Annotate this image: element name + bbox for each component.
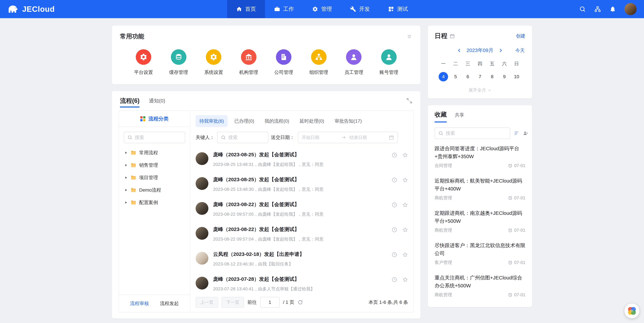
nav-item-home[interactable]: 首页	[227, 0, 265, 18]
tab-delayed[interactable]: 延时处理(0)	[296, 115, 328, 127]
tab-processed[interactable]: 已办理(0)	[230, 115, 258, 127]
favorites-search-input[interactable]	[446, 131, 506, 136]
quick-item-system-settings[interactable]: 系统设置	[204, 49, 223, 76]
clock-icon[interactable]	[392, 202, 397, 208]
task-row[interactable]: 云凤程（2023-02-18）发起【出差申请】 2023-08-12 23:46…	[196, 246, 408, 271]
sitemap-icon[interactable]	[594, 6, 601, 13]
task-row[interactable]: 庞峰（2023-08-25）发起【会签测试】 2023-08-25 13:48:…	[196, 147, 408, 172]
arrow-right-icon	[341, 135, 346, 140]
task-row[interactable]: 庞峰（2023-07-28）发起【会签测试】 2023-07-28 13:40:…	[196, 271, 408, 292]
task-row[interactable]: 庞峰（2023-08-22）发起【会签测试】 2023-08-22 09:57:…	[196, 222, 408, 246]
category-search-input[interactable]	[135, 135, 182, 140]
user-add-icon[interactable]	[523, 131, 528, 136]
tree-item-common-process[interactable]: 常用流程	[124, 147, 184, 159]
refresh-icon[interactable]	[298, 300, 303, 305]
start-date-placeholder[interactable]: 开始日期	[302, 135, 338, 140]
favorite-row[interactable]: 定期跟进商机：南京越奥+JECloud源码平台+500W 商机管理 07-01	[434, 205, 525, 237]
assistant-float-button[interactable]	[624, 303, 639, 318]
day-cell[interactable]: 9	[498, 72, 510, 81]
search-icon[interactable]	[579, 6, 586, 13]
quick-item-platform-settings[interactable]: 平台设置	[134, 49, 153, 76]
tab-shared[interactable]: 共享	[455, 112, 464, 118]
day-cell[interactable]: 7	[474, 72, 486, 81]
tree-item-config-cases[interactable]: 配置案例	[124, 196, 184, 209]
tab-pending-approval[interactable]: 待我审批(6)	[196, 115, 228, 127]
quick-item-company-management[interactable]: 公司管理	[274, 49, 293, 76]
nav-item-dev[interactable]: 开发	[341, 0, 379, 18]
bell-icon[interactable]	[610, 6, 616, 13]
day-cell[interactable]: 5	[450, 72, 462, 81]
tab-process[interactable]: 流程(6)	[120, 97, 140, 105]
tab-approval-notice[interactable]: 审批告知(17)	[331, 115, 366, 127]
expand-full-month[interactable]: 展开全月	[434, 87, 525, 93]
task-meta: 2023-08-12 23:46:30，由我【取回任务】	[213, 261, 392, 267]
task-row[interactable]: 庞峰（2023-08-25）发起【会签测试】 2023-08-25 13:48:…	[196, 172, 408, 197]
quick-item-organization-management[interactable]: 组织管理	[310, 49, 328, 76]
nav-item-manage[interactable]: 管理	[303, 0, 341, 18]
favorite-row[interactable]: 近期投标商机：航美智能+JECloud源码平台+400W 商机管理 07-01	[434, 173, 525, 205]
process-start-link[interactable]: 流程发起	[160, 300, 179, 307]
clock-icon[interactable]	[392, 152, 397, 158]
quick-item-org-institution[interactable]: 机构管理	[239, 49, 258, 76]
day-cell[interactable]: 8	[486, 72, 498, 81]
quick-item-account-management[interactable]: 账号管理	[380, 49, 398, 76]
process-list-tabs: 待我审批(6) 已办理(0) 我的流程(0) 延时处理(0) 审批告知(17)	[190, 111, 414, 129]
grid-plus-icon	[388, 6, 394, 12]
next-page-button[interactable]: 下一页	[222, 297, 244, 308]
fullscreen-expand-icon[interactable]	[406, 98, 412, 104]
star-icon[interactable]	[402, 152, 408, 158]
tab-favorites[interactable]: 收藏	[434, 111, 447, 123]
clock-icon[interactable]	[392, 227, 397, 233]
tree-item-demo-process[interactable]: Demo流程	[124, 184, 184, 196]
clock-icon[interactable]	[392, 277, 397, 282]
collapse-chevrons-icon[interactable]	[406, 34, 412, 40]
favorite-row[interactable]: 重点关注商机：广州信图+JECloud综合办公系统+500W 商机管理 07-0…	[434, 269, 525, 302]
tab-notifications[interactable]: 通知(0)	[149, 97, 165, 104]
today-link[interactable]: 今天	[515, 47, 525, 54]
day-cell-selected[interactable]: 4	[437, 72, 450, 81]
clock-icon[interactable]	[392, 252, 397, 257]
date-range-picker[interactable]: 开始日期 结束日期	[298, 132, 398, 143]
nav-label: 测试	[397, 6, 408, 13]
prev-page-button[interactable]: 上一页	[196, 297, 218, 308]
current-month-label[interactable]: 2023年09月	[466, 47, 494, 54]
user-avatar[interactable]	[624, 3, 636, 15]
star-icon[interactable]	[402, 227, 408, 233]
end-date-placeholder[interactable]: 结束日期	[350, 135, 386, 140]
star-icon[interactable]	[402, 202, 408, 208]
day-cell[interactable]: 6	[462, 72, 474, 81]
weekday-label: 四	[474, 61, 486, 67]
task-title: 庞峰（2023-08-22）发起【会签测试】	[213, 226, 392, 233]
favorite-row[interactable]: 尽快跟进客户：黑龙江北软信息技术有限公司 客户管理 07-01	[434, 237, 525, 269]
keyword-search[interactable]	[217, 132, 268, 143]
list-view-icon[interactable]	[514, 131, 519, 136]
nav-item-work[interactable]: 工作	[265, 0, 303, 18]
brand[interactable]: JECloud	[8, 5, 55, 14]
quick-item-employee-management[interactable]: 员工管理	[344, 49, 363, 76]
create-schedule-link[interactable]: 创建	[516, 33, 525, 39]
favorites-search[interactable]	[434, 128, 510, 139]
page-number-input[interactable]	[260, 297, 280, 308]
nav-item-test[interactable]: 测试	[379, 0, 417, 18]
process-category-title[interactable]: 流程分类	[148, 115, 168, 122]
process-review-link[interactable]: 流程审核	[130, 300, 149, 307]
star-icon[interactable]	[402, 177, 408, 183]
prev-month-icon[interactable]	[457, 48, 462, 53]
star-icon[interactable]	[402, 277, 408, 282]
tree-item-sales-management[interactable]: 销售管理	[124, 159, 184, 171]
keyword-search-input[interactable]	[228, 135, 264, 140]
task-title: 云凤程（2023-02-18）发起【出差申请】	[213, 251, 392, 258]
alarm-clock-icon	[508, 292, 512, 297]
quick-item-label: 公司管理	[274, 69, 293, 76]
clock-icon[interactable]	[392, 177, 397, 183]
category-search[interactable]	[124, 132, 185, 143]
person-icon	[381, 49, 396, 65]
favorite-row[interactable]: 跟进合同签署进度：JECloud源码平台+贵州泰辉+350W 合同管理 07-0…	[434, 140, 525, 173]
next-month-icon[interactable]	[498, 48, 503, 53]
star-icon[interactable]	[402, 252, 408, 257]
day-cell[interactable]: 10	[510, 72, 523, 81]
tree-item-project-management[interactable]: 项目管理	[124, 171, 184, 184]
quick-item-cache-management[interactable]: 缓存管理	[169, 49, 188, 76]
tab-my-processes[interactable]: 我的流程(0)	[261, 115, 293, 127]
task-row[interactable]: 庞峰（2023-08-22）发起【会签测试】 2023-08-22 09:57:…	[196, 197, 408, 222]
